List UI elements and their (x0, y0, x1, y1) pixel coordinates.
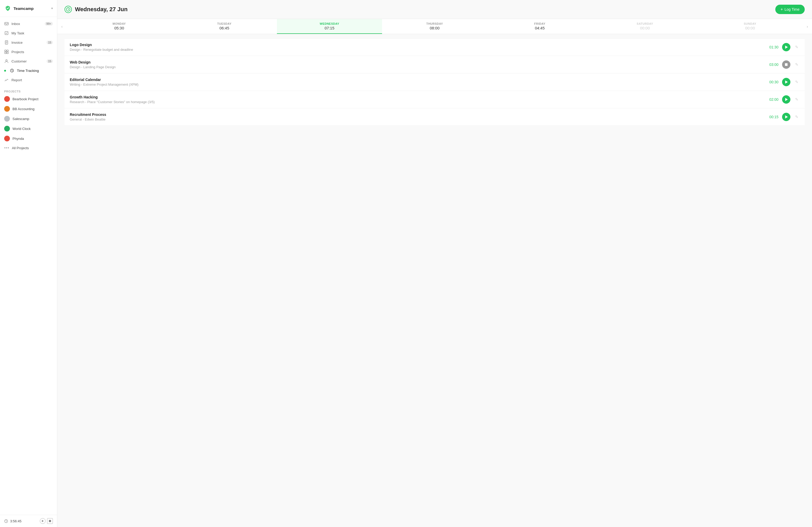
footer-stop-icon (49, 520, 51, 522)
projects-list: Bearbook Project BB Accounting Salescamp… (0, 94, 57, 152)
entry-edit-button-editorial-calendar[interactable]: ✎ (794, 79, 799, 85)
time-entries-list: Logo Design Design - Renegotiate budget … (57, 34, 812, 527)
report-label: Report (12, 78, 22, 82)
app-logo[interactable]: Teamcamp (4, 5, 33, 12)
salescamp-label: Salescamp (13, 117, 29, 121)
log-time-button[interactable]: + Log Time (775, 5, 805, 14)
day-tab-monday[interactable]: MONDAY 05:30 (67, 19, 172, 34)
day-time-friday: 04:45 (535, 26, 545, 30)
day-name-monday: MONDAY (113, 22, 126, 25)
entry-edit-button-growth-hacking[interactable]: ✎ (794, 96, 799, 103)
footer-play-button[interactable] (40, 518, 45, 524)
bearbook-label: Bearbook Project (13, 97, 39, 101)
bearbook-dot (4, 96, 10, 102)
sidebar-item-my-task[interactable]: My Task (0, 28, 57, 38)
log-time-icon: + (781, 7, 783, 12)
entry-time-recruitment-process: 00:15 (767, 115, 779, 119)
phynda-label: Phynda (13, 137, 24, 141)
customer-icon (4, 59, 9, 63)
sidebar-item-projects[interactable]: Projects (0, 47, 57, 57)
day-tab-friday[interactable]: FRIDAY 04:45 (487, 19, 592, 34)
project-item-phynda[interactable]: Phynda (0, 133, 57, 143)
next-week-button[interactable]: › (803, 19, 812, 34)
entry-edit-button-web-design[interactable]: ✎ (794, 61, 799, 68)
entry-subtitle-growth-hacking: Research - Place "Customer Stories" on h… (70, 100, 155, 104)
projects-label: Projects (12, 50, 24, 54)
entry-stop-button-web-design[interactable] (782, 60, 791, 69)
day-time-wednesday: 07:15 (324, 26, 334, 30)
all-projects-label: All Projects (12, 146, 29, 150)
footer-stop-button[interactable] (47, 518, 53, 524)
phynda-dot (4, 136, 10, 141)
all-projects-dots-icon: ••• (4, 145, 9, 150)
entry-right-recruitment-process: 00:15 ✎ (767, 113, 799, 121)
sidebar-item-inbox[interactable]: Inbox 99+ (0, 19, 57, 28)
entry-right-logo-design: 01:30 ✎ (767, 43, 799, 51)
entry-info-editorial-calendar: Editorial Calendar Writing - Extreme Pro… (70, 77, 139, 86)
sidebar-item-customer[interactable]: Customer 15 (0, 57, 57, 66)
entry-play-button-editorial-calendar[interactable] (782, 78, 791, 86)
prev-week-button[interactable]: ‹ (57, 19, 67, 34)
sidebar-item-report[interactable]: Report (0, 75, 57, 85)
world-clock-dot (4, 126, 10, 131)
play-triangle-icon (785, 115, 788, 118)
entry-time-growth-hacking: 02:00 (767, 97, 779, 102)
project-item-salescamp[interactable]: Salescamp (0, 114, 57, 124)
day-name-tuesday: TUESDAY (217, 22, 231, 25)
svg-rect-1 (5, 31, 8, 34)
sidebar-item-time-tracking[interactable]: Time Tracking (0, 66, 57, 75)
inbox-label: Inbox (12, 22, 20, 26)
entry-right-web-design: 03:00 ✎ (767, 60, 799, 69)
customer-label: Customer (12, 59, 27, 63)
day-tab-tuesday[interactable]: TUESDAY 06:45 (172, 19, 277, 34)
play-triangle-icon (785, 81, 788, 84)
header-clock-icon (64, 6, 72, 13)
main-content: Wednesday, 27 Jun + Log Time ‹ MONDAY 05… (57, 0, 812, 527)
entry-right-editorial-calendar: 00:30 ✎ (767, 78, 799, 86)
entry-right-growth-hacking: 02:00 ✎ (767, 95, 799, 104)
day-navigation: ‹ MONDAY 05:30 TUESDAY 06:45 WEDNESDAY 0… (57, 19, 812, 34)
bb-accounting-label: BB Accounting (13, 107, 34, 111)
main-header: Wednesday, 27 Jun + Log Time (57, 0, 812, 19)
day-time-monday: 05:30 (114, 26, 124, 30)
entry-row-recruitment-process: Recruitment Process General - Edwin Beat… (64, 108, 805, 126)
entry-edit-button-recruitment-process[interactable]: ✎ (794, 114, 799, 120)
day-tabs: MONDAY 05:30 TUESDAY 06:45 WEDNESDAY 07:… (67, 19, 803, 34)
footer-clock-icon (4, 519, 8, 523)
entry-subtitle-editorial-calendar: Writing - Extreme Project Management (XP… (70, 83, 139, 86)
inbox-badge: 99+ (45, 22, 53, 26)
svg-rect-8 (5, 52, 6, 54)
page-title-text: Wednesday, 27 Jun (75, 6, 128, 13)
active-indicator (4, 70, 6, 72)
bb-accounting-dot (4, 106, 10, 112)
entry-edit-button-logo-design[interactable]: ✎ (794, 44, 799, 51)
entry-play-button-logo-design[interactable] (782, 43, 791, 51)
entry-row-growth-hacking: Growth Hacking Research - Place "Custome… (64, 91, 805, 108)
day-tab-thursday[interactable]: THURSDAY 08:00 (382, 19, 487, 34)
sidebar-chevron-icon[interactable]: ▾ (51, 6, 53, 10)
project-item-bb-accounting[interactable]: BB Accounting (0, 104, 57, 114)
entry-subtitle-web-design: Design - Landing Page Design (70, 65, 116, 69)
sidebar-item-invoice[interactable]: Invoice 15 (0, 38, 57, 47)
sidebar-nav: Inbox 99+ My Task Invoice 15 (0, 17, 57, 87)
play-triangle-icon (785, 45, 788, 49)
entry-title-web-design: Web Design (70, 60, 116, 64)
day-tab-saturday[interactable]: SATURDAY 00:00 (592, 19, 697, 34)
project-item-world-clock[interactable]: World Clock (0, 124, 57, 133)
sidebar-header: Teamcamp ▾ (0, 0, 57, 17)
time-tracking-icon (10, 68, 14, 73)
day-time-thursday: 08:00 (430, 26, 439, 30)
inbox-icon (4, 22, 9, 26)
entry-title-recruitment-process: Recruitment Process (70, 113, 106, 117)
invoice-label: Invoice (12, 41, 23, 44)
day-tab-wednesday[interactable]: WEDNESDAY 07:15 (277, 19, 382, 34)
entry-play-button-recruitment-process[interactable] (782, 113, 791, 121)
svg-point-10 (6, 60, 7, 61)
entry-title-editorial-calendar: Editorial Calendar (70, 77, 139, 82)
project-item-bearbook[interactable]: Bearbook Project (0, 94, 57, 104)
all-projects-item[interactable]: ••• All Projects (0, 143, 57, 152)
svg-rect-9 (7, 52, 8, 54)
day-tab-sunday[interactable]: SUNDAY 00:00 (697, 19, 803, 34)
projects-section-label: Projects (0, 87, 57, 94)
entry-play-button-growth-hacking[interactable] (782, 95, 791, 104)
